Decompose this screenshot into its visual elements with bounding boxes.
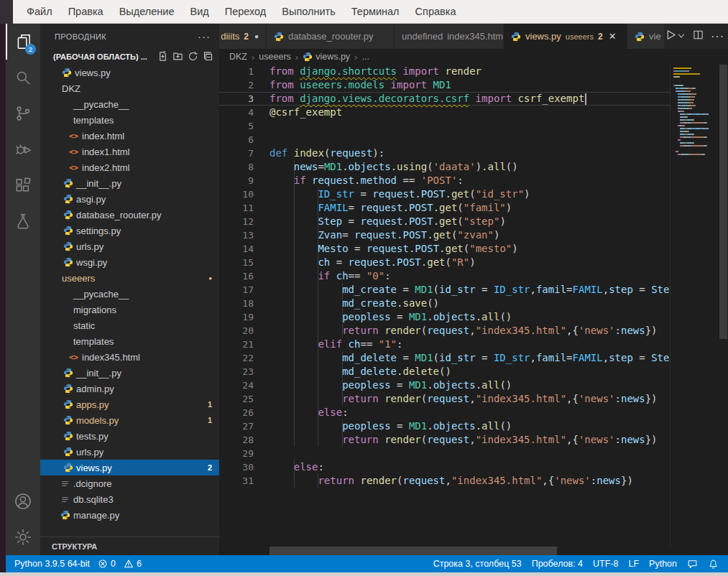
- tree-item-templates[interactable]: templates: [40, 333, 219, 349]
- status-item-Python[interactable]: Python: [644, 555, 682, 572]
- run-icon[interactable]: [665, 29, 677, 44]
- code-line-8[interactable]: 8 news=MD1.objects.using('daata').all(): [219, 160, 670, 174]
- tab-index345.html[interactable]: undefinedindex345.html: [395, 24, 504, 49]
- code-line-22[interactable]: 22 md_delete = MD1(id_str = ID_str,famil…: [219, 351, 670, 365]
- code-line-26[interactable]: 26 else:: [219, 406, 670, 419]
- run-debug-icon[interactable]: [6, 131, 40, 167]
- tree-item-index.html[interactable]: <>index.html: [40, 128, 219, 144]
- code-editor[interactable]: 1from django.shortcuts import render2fro…: [219, 65, 670, 547]
- menu-Терминал[interactable]: Терминал: [344, 0, 407, 23]
- tab-diiits[interactable]: diiits2●: [219, 24, 267, 49]
- code-line-11[interactable]: 11 FAMIL= request.POST.get("famil"): [219, 201, 670, 215]
- code-line-1[interactable]: 1from django.shortcuts import render: [219, 65, 670, 78]
- tree-item-DKZ[interactable]: DKZ: [40, 80, 219, 96]
- code-line-12[interactable]: 12 Step = request.POST.get("step"): [219, 215, 670, 228]
- code-line-17[interactable]: 17 md_create = MD1(id_str = ID_str,famil…: [219, 283, 670, 297]
- more-actions-icon[interactable]: ···: [711, 30, 724, 43]
- code-line-30[interactable]: 30 else:: [219, 460, 670, 474]
- menu-Выделение[interactable]: Выделение: [111, 0, 183, 23]
- collapse-all-icon[interactable]: [203, 51, 213, 63]
- status-item-0[interactable]: 0: [95, 555, 121, 572]
- status-item-Пробелов: 4[interactable]: Пробелов: 4: [527, 555, 588, 572]
- tree-item-index2.html[interactable]: <>index2.html: [40, 159, 219, 175]
- code-line-15[interactable]: 15 ch = request.POST.get("R"): [219, 256, 670, 269]
- menu-Файл[interactable]: Файл: [19, 0, 60, 23]
- outline-section-header[interactable]: СТРУКТУРА: [40, 536, 219, 555]
- tree-item-index1.html[interactable]: <>index1.html: [40, 144, 219, 159]
- tree-item-settings.py[interactable]: settings.py: [40, 223, 219, 238]
- tree-item-useeers[interactable]: useeers●: [40, 270, 219, 286]
- breadcrumb-item-useeers[interactable]: useeers: [259, 52, 290, 62]
- tree-item-views.py[interactable]: views.py: [40, 65, 219, 80]
- extensions-icon[interactable]: [6, 167, 40, 203]
- status-item-Python 3.9.5 64-bit[interactable]: Python 3.9.5 64-bit: [9, 555, 95, 572]
- status-item-bell-icon[interactable]: [703, 555, 724, 572]
- tree-item-asgi.py[interactable]: asgi.py: [40, 191, 219, 207]
- code-line-20[interactable]: 20 return render(request,"index345.html"…: [219, 324, 670, 338]
- code-line-29[interactable]: 29: [219, 447, 670, 460]
- code-line-18[interactable]: 18 md_create.save(): [219, 297, 670, 310]
- tree-item-__init__.py[interactable]: __init__.py: [40, 365, 219, 381]
- split-editor-icon[interactable]: [693, 29, 704, 43]
- tree-item-urls.py[interactable]: urls.py: [40, 444, 219, 460]
- tree-item-__init__.py[interactable]: __init__.py: [40, 175, 219, 191]
- tree-item-.dcignore[interactable]: .dcignore: [40, 475, 219, 491]
- code-line-10[interactable]: 10 ID_str = request.POST.get("id_str"): [219, 187, 670, 201]
- status-item-6[interactable]: 6: [121, 555, 147, 572]
- code-line-21[interactable]: 21 elif ch== "1":: [219, 338, 670, 351]
- code-line-6[interactable]: 6: [219, 133, 670, 147]
- status-item-Строка 3, столбец 53[interactable]: Строка 3, столбец 53: [428, 555, 527, 572]
- new-file-icon[interactable]: [157, 51, 168, 63]
- new-folder-icon[interactable]: [172, 51, 183, 63]
- testing-icon[interactable]: [6, 203, 40, 239]
- settings-gear-icon[interactable]: [6, 519, 40, 555]
- tree-item-static[interactable]: static: [40, 317, 219, 333]
- breadcrumb-item-...[interactable]: ...: [361, 52, 369, 62]
- tree-item-templates[interactable]: templates: [40, 112, 219, 128]
- code-line-31[interactable]: 31 return render(request,"index345.html"…: [219, 474, 670, 488]
- account-icon[interactable]: [6, 483, 40, 519]
- vertical-scrollbar-thumb[interactable]: [719, 65, 727, 339]
- more-actions-icon[interactable]: ···: [198, 30, 211, 42]
- tab-vie[interactable]: vie: [627, 24, 665, 49]
- code-line-2[interactable]: 2from useeers.models import MD1: [219, 78, 670, 92]
- breadcrumb-item-DKZ[interactable]: DKZ: [229, 52, 247, 62]
- workspace-section-header[interactable]: (РАБОЧАЯ ОБЛАСТЬ) ...: [40, 49, 219, 65]
- tree-item-db.sqlite3[interactable]: db.sqlite3: [40, 491, 219, 507]
- menu-Справка[interactable]: Справка: [407, 0, 464, 23]
- tree-item-apps.py[interactable]: apps.py1: [40, 396, 219, 412]
- menu-Выполнить[interactable]: Выполнить: [274, 0, 343, 23]
- code-line-24[interactable]: 24 peopless = MD1.objects.all(): [219, 378, 670, 392]
- tree-item-__pycache__[interactable]: __pycache__: [40, 286, 219, 302]
- code-line-3[interactable]: 3from django.views.decorators.csrf impor…: [219, 92, 670, 106]
- tree-item-tests.py[interactable]: tests.py: [40, 428, 219, 444]
- tree-item-views.py[interactable]: views.py2: [40, 460, 219, 475]
- status-item-feedback-icon[interactable]: [682, 555, 703, 572]
- vertical-scrollbar[interactable]: [719, 65, 728, 547]
- code-line-4[interactable]: 4@csrf_exempt: [219, 106, 670, 119]
- tree-item-database_roouter.py[interactable]: database_roouter.py: [40, 207, 219, 223]
- tree-item-urls.py[interactable]: urls.py: [40, 238, 219, 254]
- menu-Переход[interactable]: Переход: [217, 0, 275, 23]
- code-line-13[interactable]: 13 Zvan= request.POST.get("zvan"): [219, 228, 670, 242]
- files-icon[interactable]: 2: [6, 24, 40, 60]
- source-control-icon[interactable]: [6, 96, 40, 131]
- tab-database_roouter.py[interactable]: database_roouter.py: [267, 24, 395, 49]
- code-line-16[interactable]: 16 if ch== "0":: [219, 269, 670, 283]
- chevron-down-icon[interactable]: [677, 30, 686, 43]
- horizontal-scrollbar-thumb[interactable]: [269, 547, 557, 555]
- close-icon[interactable]: ✕: [609, 31, 617, 42]
- code-line-28[interactable]: 28 return render(request,"index345.html"…: [219, 433, 670, 447]
- refresh-icon[interactable]: [188, 51, 198, 63]
- tree-item-admin.py[interactable]: admin.py: [40, 381, 219, 396]
- code-line-27[interactable]: 27 peopless = MD1.objects.all(): [219, 419, 670, 433]
- menu-Вид[interactable]: Вид: [182, 0, 216, 23]
- minimap[interactable]: [670, 65, 719, 547]
- status-item-UTF-8[interactable]: UTF-8: [588, 555, 623, 572]
- status-item-LF[interactable]: LF: [623, 555, 644, 572]
- code-line-14[interactable]: 14 Mesto = request.POST.get("mesto"): [219, 242, 670, 256]
- search-icon[interactable]: [6, 60, 40, 96]
- code-line-7[interactable]: 7def index(request):: [219, 147, 670, 160]
- tree-item-migrations[interactable]: migrations: [40, 302, 219, 317]
- tree-item-index345.html[interactable]: <>index345.html: [40, 349, 219, 365]
